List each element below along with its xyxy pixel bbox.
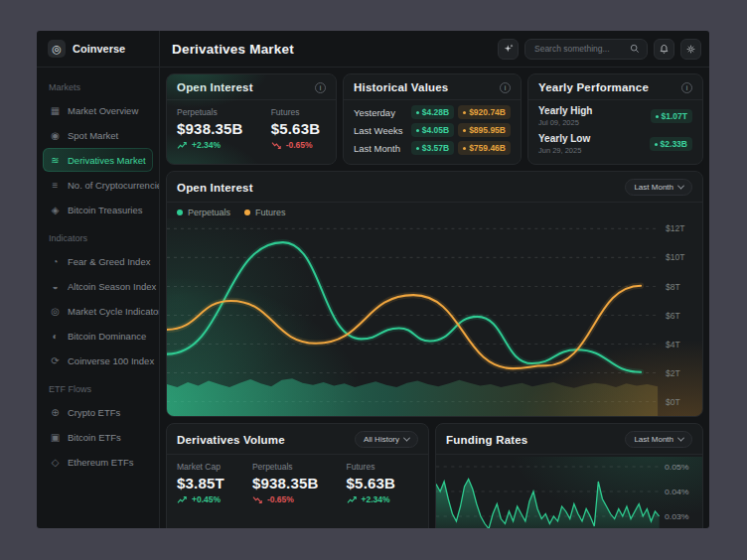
stat-value: $5.63B: [271, 120, 321, 137]
trend-up-icon: [347, 495, 358, 504]
legend-dot-icon: [177, 210, 183, 215]
sidebar-item-bitcoin-treasuries[interactable]: ◈Bitcoin Treasuries: [43, 198, 153, 221]
search-input[interactable]: [532, 43, 626, 55]
sidebar-item-bitcoin-etfs[interactable]: ▣Bitcoin ETFs: [43, 425, 153, 449]
nav-section-label-etf-flows: ETF Flows: [49, 384, 159, 394]
stat-futures: Futures$5.63B-0.65%: [271, 107, 321, 150]
legend-perpetuals: Perpetuals: [177, 208, 230, 217]
legend-futures: Futures: [244, 208, 286, 217]
svg-text:0.03%: 0.03%: [665, 511, 689, 521]
yearly-row-yearly-high: Yearly HighJul 09, 2025$1.07T: [538, 105, 692, 127]
time-range-select[interactable]: Last Month: [625, 179, 692, 196]
bitcoin-dominance-icon: ◐: [50, 331, 61, 342]
open-interest-chart-card: Open Interest Last Month PerpetualsFutur…: [166, 171, 703, 417]
logo[interactable]: ◎ Coinverse: [37, 31, 160, 67]
stat-label: Futures: [271, 107, 321, 117]
row-label: Yearly Low: [538, 133, 590, 144]
bitcoin-etfs-icon: ▣: [50, 432, 61, 443]
stat-value: $5.63B: [347, 475, 396, 491]
bitcoin-treasuries-icon: ◈: [50, 205, 61, 215]
historical-values-rows: Yesterday$4.28B$920.74BLast Weeks$4.05B$…: [344, 100, 521, 160]
trend-up-icon: [177, 141, 188, 150]
value-badge-orange: $920.74B: [458, 105, 511, 119]
bottom-cards-row: Derivatives Volume All History Market Ca…: [166, 423, 703, 528]
value-badge-green: $1.07T: [651, 109, 692, 123]
dot-icon: [655, 143, 658, 146]
sidebar-item-spot-market[interactable]: ◉Spot Market: [43, 123, 153, 147]
legend-label: Futures: [255, 208, 286, 217]
time-range-label: Last Month: [634, 183, 673, 192]
stat-label: Market Cap: [177, 462, 224, 472]
value-badge-green: $2.33B: [650, 137, 692, 151]
sidebar-item-label: Spot Market: [68, 130, 118, 141]
svg-text:$2T: $2T: [666, 367, 680, 377]
value-badge-green: $4.28B: [411, 105, 454, 119]
svg-text:$0T: $0T: [666, 396, 680, 406]
coinverse-100-icon: ⟳: [50, 355, 61, 366]
ai-assistant-button[interactable]: [498, 39, 519, 60]
sidebar-item-crypto-etfs[interactable]: ⊕Crypto ETFs: [43, 400, 153, 424]
history-range-label: All History: [364, 435, 399, 444]
notifications-button[interactable]: [654, 39, 674, 60]
settings-button[interactable]: [680, 39, 701, 60]
open-interest-card: Open Interest Perpetuals$938.35B+2.34%Fu…: [166, 73, 337, 165]
historical-row-yesterday: Yesterday$4.28B$920.74B: [354, 105, 511, 119]
trend-down-icon: [252, 495, 263, 504]
header: Derivatives Market: [160, 31, 709, 67]
sidebar-item-label: Market Overview: [68, 105, 138, 116]
cryptocurrencies-icon: ≡: [50, 180, 61, 191]
sidebar-item-label: Coinverse 100 Index: [68, 355, 154, 366]
dot-icon: [463, 129, 466, 132]
stat-value: $938.35B: [252, 475, 319, 491]
yearly-performance-card: Yearly Performance Yearly HighJul 09, 20…: [527, 73, 703, 165]
sidebar-item-label: Fear & Greed Index: [68, 256, 150, 267]
stat-change: +2.34%: [347, 494, 396, 504]
svg-text:$12T: $12T: [666, 223, 685, 233]
sidebar-item-label: Bitcoin ETFs: [68, 432, 121, 443]
info-icon[interactable]: [500, 82, 511, 93]
row-label: Last Month: [354, 143, 411, 154]
dot-icon: [463, 147, 466, 150]
sidebar-item-coinverse-100-index[interactable]: ⟳Coinverse 100 Index: [43, 349, 153, 372]
sidebar-item-market-overview[interactable]: ▦Market Overview: [43, 98, 153, 122]
row-label: Last Weeks: [354, 125, 411, 136]
info-icon[interactable]: [315, 82, 326, 93]
sidebar-item-label: Market Cycle Indicators: [68, 306, 160, 317]
dot-icon: [416, 129, 419, 132]
market-cycle-icon: ◎: [50, 306, 61, 317]
info-icon[interactable]: [681, 82, 692, 93]
yearly-performance-rows: Yearly HighJul 09, 2025$1.07TYearly LowJ…: [528, 100, 702, 155]
svg-text:$4T: $4T: [666, 339, 680, 349]
svg-text:0.05%: 0.05%: [665, 462, 689, 472]
card-title: Yearly Performance: [538, 81, 649, 93]
sidebar-item-no-of-cryptocurrencies[interactable]: ≡No. of Cryptocurrencies: [43, 173, 153, 197]
value-badge-orange: $895.95B: [458, 123, 511, 137]
market-overview-icon: ▦: [50, 105, 61, 116]
dot-icon: [656, 115, 659, 118]
sidebar-item-market-cycle-indicators[interactable]: ◎Market Cycle Indicators: [43, 299, 153, 323]
value-badge-green: $3.57B: [411, 141, 454, 155]
svg-text:$6T: $6T: [666, 310, 680, 320]
stat-label: Perpetuals: [177, 107, 243, 117]
stat-market-cap: Market Cap$3.85T+0.45%: [177, 462, 224, 504]
derivatives-volume-card: Derivatives Volume All History Market Ca…: [166, 423, 429, 528]
sidebar-item-derivatives-market[interactable]: ≋Derivatives Market: [43, 148, 153, 172]
trend-down-icon: [271, 141, 282, 150]
sidebar-item-bitcoin-dominance[interactable]: ◐Bitcoin Dominance: [43, 324, 153, 348]
spot-market-icon: ◉: [50, 130, 61, 141]
ethereum-etfs-icon: ◇: [50, 457, 61, 468]
stat-perpetuals: Perpetuals$938.35B+2.34%: [177, 107, 243, 150]
history-range-select[interactable]: All History: [355, 431, 418, 448]
sidebar-item-ethereum-etfs[interactable]: ◇Ethereum ETFs: [43, 450, 153, 474]
value-badge-green: $4.05B: [411, 123, 454, 137]
stat-label: Futures: [347, 462, 396, 472]
historical-row-last-month: Last Month$3.57B$759.46B: [354, 141, 511, 155]
dot-icon: [416, 111, 419, 114]
search-icon: [630, 44, 640, 54]
funding-range-select[interactable]: Last Month: [625, 431, 692, 448]
sidebar-item-fear-greed-index[interactable]: ◔Fear & Greed Index: [43, 249, 153, 273]
dot-icon: [463, 111, 466, 114]
derivatives-volume-stats: Market Cap$3.85T+0.45%Perpetuals$938.35B…: [167, 455, 428, 511]
sidebar-item-altcoin-season-index[interactable]: ◒Altcoin Season Index: [43, 274, 153, 298]
row-label: Yesterday: [354, 107, 411, 118]
